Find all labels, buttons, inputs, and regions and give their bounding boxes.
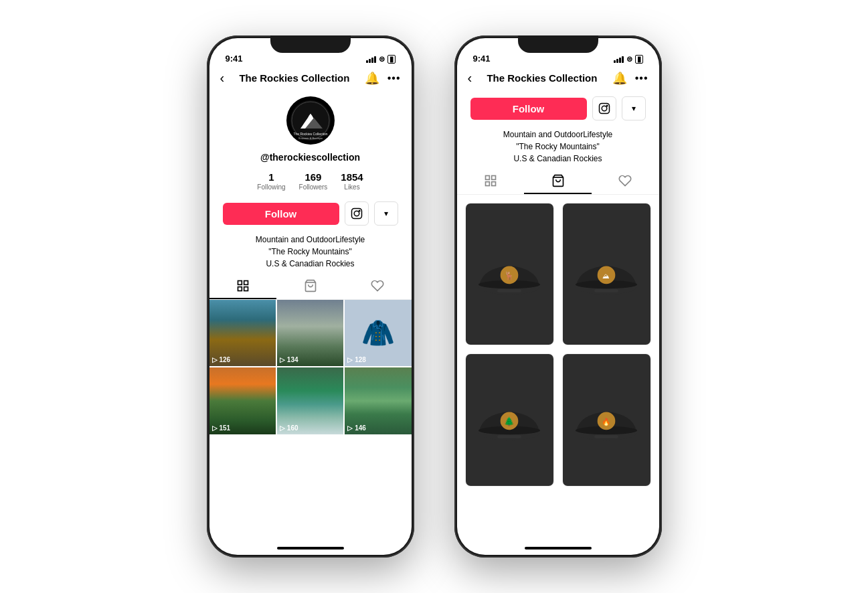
video-grid: ▷126 ▷134 🧥 ▷128 — [209, 300, 412, 434]
video-thumb-4[interactable]: ▷151 — [209, 367, 276, 434]
status-time: 9:41 — [226, 54, 243, 64]
wifi-icon-2: ⊜ — [626, 55, 632, 64]
more-options-icon-2[interactable]: ••• — [635, 72, 648, 84]
shop-tab-videos[interactable] — [457, 174, 525, 194]
status-icons-2: ⊜ ▮ — [614, 55, 643, 64]
username-text: @therockiescollection — [260, 152, 360, 163]
product-card-1[interactable]: 🦌 Moose Crest - Snapback Hat (Multi ... … — [465, 203, 554, 345]
profile-phone: 9:41 ⊜ ▮ ‹ The Rockies Collection 🔔 ••• — [207, 35, 414, 558]
page-title: The Rockies Collection — [224, 72, 365, 84]
video-thumb-2[interactable]: ▷134 — [277, 300, 343, 366]
shop-tab-shop[interactable] — [524, 174, 592, 194]
notch — [270, 35, 351, 53]
shop-bio-line1: Mountain and OutdoorLifestyle — [470, 129, 646, 141]
product-info-4: Campfire Crest - Snapback Hat (Multi ... — [563, 486, 650, 487]
username-section: @therockiescollection — [209, 149, 412, 166]
battery-icon-2: ▮ — [635, 55, 643, 64]
chevron-down-icon: ▾ — [384, 209, 388, 218]
svg-point-17 — [606, 105, 608, 106]
tab-likes[interactable] — [344, 279, 412, 299]
video-count-4: ▷151 — [212, 424, 231, 432]
svg-rect-37 — [497, 435, 521, 438]
product-image-1: 🦌 — [466, 203, 553, 345]
likes-count: 1854 — [341, 171, 363, 183]
followers-stat: 169 Followers — [299, 171, 328, 191]
action-row: Follow ▾ — [209, 196, 412, 231]
shop-bio-section: Mountain and OutdoorLifestyle "The Rocky… — [457, 126, 659, 170]
avatar: The Rockies Collection Souvenir & Boutiq… — [286, 96, 335, 145]
tab-videos[interactable] — [209, 279, 277, 299]
nav-icons: 🔔 ••• — [365, 71, 401, 86]
signal-icon-2 — [614, 56, 624, 63]
chevron-down-icon-2: ▾ — [632, 104, 636, 113]
video-thumb-5[interactable]: ▷160 — [277, 367, 343, 434]
svg-rect-20 — [485, 182, 489, 186]
video-count-1: ▷126 — [212, 356, 231, 363]
page-title-2: The Rockies Collection — [472, 72, 612, 84]
video-count-6: ▷146 — [347, 424, 366, 432]
more-options-icon[interactable]: ••• — [387, 72, 401, 84]
product-image-2: ⛰ — [563, 203, 650, 345]
followers-count: 169 — [299, 171, 328, 183]
video-thumb-6[interactable]: ▷146 — [345, 367, 411, 434]
signal-icon — [366, 56, 376, 63]
product-card-2[interactable]: ⛰ Mountain Crest - Mesh Back Snapback $2… — [562, 203, 651, 345]
follow-button[interactable]: Follow — [223, 203, 339, 225]
svg-text:The Rockies Collection: The Rockies Collection — [293, 132, 327, 136]
notch-2 — [518, 35, 598, 53]
dropdown-button-2[interactable]: ▾ — [622, 96, 646, 120]
shop-tab-likes[interactable] — [592, 174, 659, 194]
battery-icon: ▮ — [387, 55, 396, 64]
svg-rect-42 — [594, 435, 618, 438]
home-indicator-2 — [457, 541, 659, 555]
back-button[interactable]: ‹ — [220, 70, 225, 86]
status-icons: ⊜ ▮ — [366, 55, 396, 64]
video-thumb-3[interactable]: 🧥 ▷128 — [345, 300, 411, 366]
nav-icons-2: 🔔 ••• — [612, 71, 648, 86]
product-card-3[interactable]: 🌲 Pine Crest - Mesh Back Snapback — [465, 353, 554, 487]
product-info-1: Moose Crest - Snapback Hat (Multi ... $2… — [466, 345, 553, 345]
tab-shop[interactable] — [276, 279, 344, 299]
likes-label: Likes — [341, 183, 363, 191]
shop-profile-tabs — [457, 170, 659, 195]
svg-text:🌲: 🌲 — [504, 416, 515, 427]
svg-rect-19 — [491, 176, 495, 180]
followers-label: Followers — [299, 183, 328, 191]
video-count-2: ▷134 — [280, 356, 298, 363]
svg-point-9 — [359, 210, 360, 211]
likes-stat: 1854 Likes — [341, 171, 363, 191]
svg-text:⛰: ⛰ — [603, 272, 610, 280]
following-count: 1 — [257, 171, 285, 183]
stats-row: 1 Following 169 Followers 1854 Likes — [209, 166, 412, 196]
bio-line2: "The Rocky Mountains" — [223, 246, 398, 258]
shop-bio-line2: "The Rocky Mountains" — [470, 141, 646, 153]
home-bar-2 — [525, 547, 592, 549]
svg-rect-32 — [594, 289, 618, 292]
product-grid: 🦌 Moose Crest - Snapback Hat (Multi ... … — [457, 195, 659, 495]
product-image-3: 🌲 — [466, 354, 553, 486]
video-thumb-1[interactable]: ▷126 — [209, 300, 276, 366]
nav-bar-2: ‹ The Rockies Collection 🔔 ••• — [457, 68, 659, 91]
instagram-button[interactable] — [345, 201, 369, 226]
avatar-section: The Rockies Collection Souvenir & Boutiq… — [209, 91, 412, 149]
video-count-3: ▷128 — [347, 356, 366, 363]
svg-rect-21 — [491, 182, 495, 186]
shop-phone: 9:41 ⊜ ▮ ‹ The Rockies Collection 🔔 ••• — [454, 35, 662, 558]
profile-tabs — [209, 275, 412, 300]
bio-line1: Mountain and OutdoorLifestyle — [223, 234, 398, 246]
back-button-2[interactable]: ‹ — [468, 70, 472, 86]
instagram-button-2[interactable] — [592, 96, 616, 120]
product-info-3: Pine Crest - Mesh Back Snapback — [466, 486, 553, 487]
bio-section: Mountain and OutdoorLifestyle "The Rocky… — [209, 231, 412, 275]
product-card-4[interactable]: 🔥 Campfire Crest - Snapback Hat (Multi .… — [562, 353, 651, 487]
bell-icon-2[interactable]: 🔔 — [612, 71, 627, 86]
dropdown-button[interactable]: ▾ — [374, 201, 398, 226]
svg-text:Souvenir & Boutique: Souvenir & Boutique — [298, 137, 323, 140]
bell-icon[interactable]: 🔔 — [365, 71, 379, 86]
follow-button-2[interactable]: Follow — [470, 98, 587, 120]
svg-rect-27 — [497, 289, 521, 292]
svg-rect-10 — [238, 281, 242, 285]
svg-rect-12 — [238, 287, 242, 291]
profile-content: The Rockies Collection Souvenir & Boutiq… — [209, 91, 412, 541]
following-stat: 1 Following — [257, 171, 285, 191]
